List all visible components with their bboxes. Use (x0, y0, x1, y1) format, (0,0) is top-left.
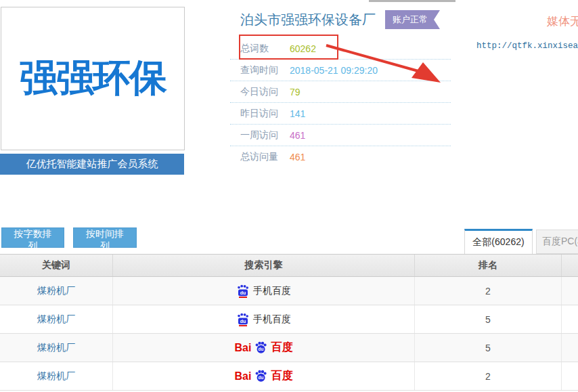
stat-row-week-visits: 一周访问 461 (230, 125, 451, 146)
stat-value: 60262 (290, 43, 316, 54)
rank-value: 5 (485, 343, 491, 353)
stat-value: 79 (290, 87, 301, 97)
stat-row-total-visits: 总访问量 461 (230, 146, 451, 168)
page-title: 泊头市强强环保设备厂 (240, 11, 376, 29)
baidu-logo-latin: Bai (235, 342, 252, 354)
keyword-link[interactable]: 煤粉机厂 (37, 342, 75, 354)
rank-value: 2 (485, 371, 491, 382)
stat-label: 查询时间 (240, 64, 290, 77)
top-gray-bar (369, 0, 455, 2)
sort-by-time-button[interactable]: 按时间排列 (73, 227, 137, 248)
baidu-logo-cn: 百度 (271, 341, 292, 355)
extra-cell (562, 362, 578, 390)
tab-all-keywords[interactable]: 全部(60262) (464, 229, 533, 254)
svg-text:du: du (240, 318, 246, 323)
baidu-mobile-icon: du (236, 284, 250, 298)
svg-text:du: du (259, 347, 264, 351)
extra-cell (562, 334, 578, 362)
baidu-paw-icon: du (254, 370, 267, 383)
seo-dashboard-page: 强强环保 亿优托智能建站推广会员系统 泊头市强强环保设备厂 账户正常 总词数 6… (0, 0, 578, 392)
engine-cell: Bai du 百度 (235, 369, 293, 383)
tab-baidu-pc[interactable]: 百度PC(30 (536, 230, 578, 254)
table-row: 煤粉机厂 du 手机百度 5 (0, 305, 578, 334)
keyword-link[interactable]: 煤粉机厂 (37, 285, 75, 297)
account-header: 泊头市强强环保设备厂 账户正常 (240, 10, 440, 29)
member-system-banner: 亿优托智能建站推广会员系统 (0, 154, 184, 175)
rank-value: 5 (485, 314, 491, 325)
baidu-mobile-icon: du (236, 313, 250, 326)
site-url-link[interactable]: http://qtfk.xinxisea. (476, 41, 578, 51)
keywords-table: 关键词 搜索引擎 排名 煤粉机厂 du 手机百度 (0, 254, 578, 391)
engine-cell: du 手机百度 (236, 313, 291, 326)
stat-label: 总词数 (240, 43, 290, 55)
stat-row-query-time: 查询时间 2018-05-21 09:29:20 (230, 60, 451, 81)
stat-value: 461 (290, 152, 305, 162)
stats-panel: 总词数 60262 查询时间 2018-05-21 09:29:20 今日访问 … (230, 38, 451, 168)
header-extra (562, 255, 578, 276)
engine-label: 手机百度 (253, 313, 291, 326)
table-row: 煤粉机厂 Bai du 百度 2 (0, 362, 578, 391)
baidu-paw-icon: du (254, 341, 267, 354)
header-rank: 排名 (415, 255, 562, 276)
stat-label: 总访问量 (240, 151, 290, 163)
baidu-logo-latin: Bai (235, 370, 252, 383)
table-header-row: 关键词 搜索引擎 排名 (0, 254, 578, 277)
account-status-badge: 账户正常 (385, 10, 440, 29)
table-row: 煤粉机厂 Bai du 百度 5 (0, 334, 578, 362)
engine-label: 手机百度 (253, 285, 291, 297)
keyword-link[interactable]: 煤粉机厂 (37, 313, 75, 326)
keyword-link[interactable]: 煤粉机厂 (37, 370, 75, 383)
engine-cell: du 手机百度 (236, 284, 291, 298)
stat-value: 141 (290, 108, 305, 119)
stat-label: 昨日访问 (240, 108, 290, 120)
stat-value: 461 (290, 130, 305, 141)
media-section-heading: 媒体无 (547, 14, 578, 29)
sort-by-wordcount-button[interactable]: 按字数排列 (1, 227, 64, 248)
stat-label: 一周访问 (240, 129, 290, 141)
stat-row-total-words: 总词数 60262 (230, 38, 451, 60)
site-logo-text: 强强环保 (20, 53, 166, 104)
header-search-engine: 搜索引擎 (113, 255, 415, 276)
extra-cell (562, 277, 578, 305)
engine-cell: Bai du 百度 (235, 341, 293, 355)
svg-text:du: du (259, 375, 264, 380)
stat-label: 今日访问 (240, 86, 290, 98)
stat-value: 2018-05-21 09:29:20 (290, 65, 378, 76)
stat-row-yesterday-visits: 昨日访问 141 (230, 103, 451, 125)
baidu-logo-cn: 百度 (271, 369, 292, 383)
table-row: 煤粉机厂 du 手机百度 2 (0, 277, 578, 305)
header-keyword: 关键词 (0, 255, 113, 276)
svg-text:du: du (240, 290, 246, 295)
extra-cell (562, 305, 578, 333)
rank-value: 2 (485, 286, 491, 297)
site-logo: 强强环保 (1, 7, 185, 150)
stat-row-today-visits: 今日访问 79 (230, 81, 451, 103)
